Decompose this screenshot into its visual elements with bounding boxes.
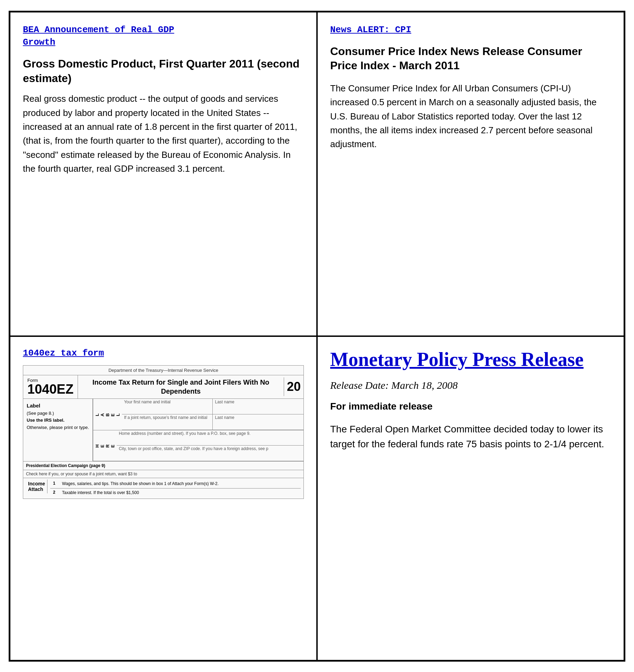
- form-body: Label (See page 8.) Use the IRS label. O…: [23, 399, 303, 461]
- income-2-num: 2: [53, 490, 59, 495]
- bea-body: Real gross domestic product -- the outpu…: [23, 92, 304, 176]
- tax-form-link[interactable]: 1040ez tax form: [23, 348, 304, 358]
- income-fields: 1 Wages, salaries, and tips. This should…: [50, 480, 301, 497]
- tax-form: Department of the Treasury—Internal Reve…: [23, 365, 304, 499]
- cell-top-right: News ALERT: CPI Consumer Price Index New…: [317, 12, 624, 336]
- attach-label: Attach: [28, 486, 45, 492]
- income-1-text: Wages, salaries, and tips. This should b…: [62, 481, 298, 487]
- bea-link[interactable]: BEA Announcement of Real GDPGrowth: [23, 24, 304, 49]
- income-label-side: Income Attach: [26, 480, 47, 493]
- cell-bottom-left: 1040ez tax form Department of the Treasu…: [10, 336, 317, 661]
- last-name-label: Last name: [215, 400, 301, 404]
- label-title: Label: [27, 402, 89, 410]
- income-row-2: 2 Taxable interest. If the total is over…: [50, 488, 301, 497]
- home-address-field[interactable]: Home address (number and street). If you…: [117, 430, 303, 446]
- check-text: Check here if you, or your spouse if a j…: [26, 472, 137, 476]
- last-name-field[interactable]: Last name: [213, 399, 303, 414]
- income-1-num: 1: [53, 481, 59, 486]
- income-2-text: Taxable interest. If the total is over $…: [62, 490, 298, 496]
- income-label: Income: [28, 481, 45, 486]
- income-row-1: 1 Wages, salaries, and tips. This should…: [50, 480, 301, 488]
- home-address-label: Home address (number and street). If you…: [119, 431, 250, 436]
- spouse-name-row: If a joint return, spouse's first name a…: [122, 414, 303, 430]
- monetary-policy-link[interactable]: Monetary Policy Press Release: [330, 348, 611, 371]
- first-name-label: Your first name and initial: [124, 400, 211, 404]
- cpi-link[interactable]: News ALERT: CPI: [330, 24, 611, 36]
- check-row: Check here if you, or your spouse if a j…: [23, 470, 303, 478]
- label-vertical: LABEL: [93, 399, 122, 430]
- address-fields: Home address (number and street). If you…: [117, 430, 303, 461]
- cpi-body: The Consumer Price Index for All Urban C…: [330, 81, 611, 151]
- form-number-block: Form 1040EZ: [23, 375, 78, 398]
- first-name-field[interactable]: Your first name and initial: [122, 399, 213, 414]
- label-otherwise: Otherwise, please print or type.: [27, 424, 89, 431]
- cell-top-left: BEA Announcement of Real GDPGrowth Gross…: [10, 12, 317, 336]
- spouse-first-field[interactable]: If a joint return, spouse's first name a…: [122, 414, 213, 430]
- label-sub: (See page 8.): [27, 410, 89, 417]
- income-row: Income Attach 1 Wages, salaries, and tip…: [23, 478, 303, 499]
- form-year: 20: [284, 377, 303, 396]
- form-header: Department of the Treasury—Internal Reve…: [23, 366, 303, 375]
- form-title-text: Income Tax Return for Single and Joint F…: [78, 376, 284, 398]
- label-here: HERE: [93, 430, 117, 461]
- spouse-last-field[interactable]: Last name: [213, 414, 303, 430]
- label-use: Use the IRS label.: [27, 417, 89, 424]
- name-row-1: LABEL Your first name and initial Last n…: [93, 399, 303, 430]
- presidential-text: Presidential Election Campaign (page 9): [26, 463, 105, 468]
- monetary-body: The Federal Open Market Committee decide…: [330, 422, 611, 452]
- city-label: City, town or post office, state, and ZI…: [119, 446, 268, 451]
- form-left-section: Label (See page 8.) Use the IRS label. O…: [23, 399, 93, 461]
- release-date: Release Date: March 18, 2008: [330, 379, 611, 391]
- form-number-value: 1040EZ: [27, 382, 73, 396]
- fields-main: Your first name and initial Last name If…: [122, 399, 303, 430]
- main-grid: BEA Announcement of Real GDPGrowth Gross…: [9, 11, 625, 662]
- form-title-row: Form 1040EZ Income Tax Return for Single…: [23, 375, 303, 399]
- bea-headline: Gross Domestic Product, First Quarter 20…: [23, 57, 304, 86]
- cell-bottom-right: Monetary Policy Press Release Release Da…: [317, 336, 624, 661]
- cpi-headline: Consumer Price Index News Release Consum…: [330, 44, 611, 73]
- immediate-release: For immediate release: [330, 401, 611, 412]
- address-row: HERE Home address (number and street). I…: [93, 430, 303, 461]
- first-last-name-row: Your first name and initial Last name: [122, 399, 303, 414]
- spouse-first-label: If a joint return, spouse's first name a…: [124, 415, 211, 420]
- spouse-last-label: Last name: [215, 415, 301, 420]
- form-right-section: LABEL Your first name and initial Last n…: [93, 399, 303, 461]
- city-field[interactable]: City, town or post office, state, and ZI…: [117, 446, 303, 461]
- presidential-row: Presidential Election Campaign (page 9): [23, 461, 303, 470]
